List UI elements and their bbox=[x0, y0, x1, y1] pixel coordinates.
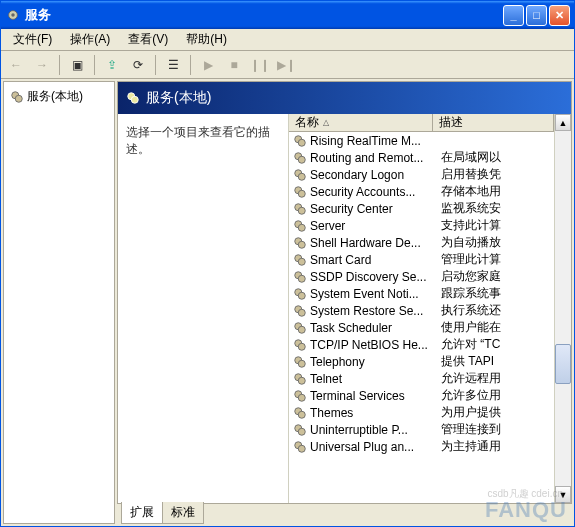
service-desc: 管理此计算 bbox=[441, 252, 501, 266]
detail-header-label: 服务(本地) bbox=[146, 89, 211, 107]
list-item[interactable]: Task Scheduler使用户能在 bbox=[289, 319, 554, 336]
service-name: Uninterruptible P... bbox=[310, 423, 408, 437]
column-desc[interactable]: 描述 bbox=[433, 114, 554, 131]
list-item[interactable]: Universal Plug an...为主持通用 bbox=[289, 438, 554, 455]
list-item[interactable]: System Restore Se...执行系统还 bbox=[289, 302, 554, 319]
list-item[interactable]: Telephony提供 TAPI bbox=[289, 353, 554, 370]
scroll-down-button[interactable]: ▼ bbox=[555, 486, 571, 503]
stop-button: ■ bbox=[223, 54, 245, 76]
list-item[interactable]: Shell Hardware De...为自动播放 bbox=[289, 234, 554, 251]
service-name: System Event Noti... bbox=[310, 287, 419, 301]
scroll-up-button[interactable]: ▲ bbox=[555, 114, 571, 131]
tab-extended[interactable]: 扩展 bbox=[121, 502, 163, 524]
service-desc: 允许远程用 bbox=[441, 371, 501, 385]
list-item[interactable]: Secondary Logon启用替换凭 bbox=[289, 166, 554, 183]
toolbar-separator bbox=[155, 55, 156, 75]
svg-point-7 bbox=[298, 139, 305, 146]
svg-point-43 bbox=[298, 445, 305, 452]
scroll-thumb[interactable] bbox=[555, 344, 571, 384]
service-icon bbox=[293, 253, 307, 267]
list-item[interactable]: Smart Card管理此计算 bbox=[289, 251, 554, 268]
tabs: 扩展 标准 bbox=[117, 504, 572, 524]
svg-point-25 bbox=[298, 292, 305, 299]
service-name: Routing and Remot... bbox=[310, 151, 423, 165]
services-icon bbox=[10, 90, 24, 104]
svg-point-5 bbox=[131, 96, 138, 103]
list-item[interactable]: TCP/IP NetBIOS He...允许对 “TC bbox=[289, 336, 554, 353]
tree-pane[interactable]: 服务(本地) bbox=[3, 81, 115, 524]
list-item[interactable]: Security Center监视系统安 bbox=[289, 200, 554, 217]
service-desc: 使用户能在 bbox=[441, 320, 501, 334]
svg-point-1 bbox=[11, 13, 15, 17]
service-icon bbox=[293, 219, 307, 233]
service-name: Rising RealTime M... bbox=[310, 134, 421, 148]
list-item[interactable]: Rising RealTime M... bbox=[289, 132, 554, 149]
list-item[interactable]: Terminal Services允许多位用 bbox=[289, 387, 554, 404]
scroll-track[interactable] bbox=[555, 131, 571, 486]
svg-point-37 bbox=[298, 394, 305, 401]
column-name[interactable]: 名称 △ bbox=[289, 114, 433, 131]
service-name: Terminal Services bbox=[310, 389, 405, 403]
service-icon bbox=[293, 287, 307, 301]
list-item[interactable]: System Event Noti...跟踪系统事 bbox=[289, 285, 554, 302]
menu-action[interactable]: 操作(A) bbox=[62, 29, 118, 50]
list-item[interactable]: SSDP Discovery Se...启动您家庭 bbox=[289, 268, 554, 285]
maximize-button[interactable]: □ bbox=[526, 5, 547, 26]
svg-point-3 bbox=[15, 95, 22, 102]
back-button: ← bbox=[5, 54, 27, 76]
list-item[interactable]: Routing and Remot...在局域网以 bbox=[289, 149, 554, 166]
show-hide-tree-button[interactable]: ▣ bbox=[66, 54, 88, 76]
detail-area: 服务(本地) 选择一个项目来查看它的描述。 名称 △ bbox=[117, 81, 572, 504]
body-area: 服务(本地) 服务(本地) 选择一个项目来查看它的描述。 bbox=[1, 79, 574, 526]
service-icon bbox=[293, 372, 307, 386]
properties-button[interactable]: ☰ bbox=[162, 54, 184, 76]
services-icon bbox=[126, 91, 140, 105]
svg-point-39 bbox=[298, 411, 305, 418]
svg-point-11 bbox=[298, 173, 305, 180]
service-name: SSDP Discovery Se... bbox=[310, 270, 426, 284]
toolbar-separator bbox=[190, 55, 191, 75]
service-desc: 为主持通用 bbox=[441, 439, 501, 453]
toolbar: ← → ▣ ⇪ ⟳ ☰ ▶ ■ ❙❙ ▶❙ bbox=[1, 51, 574, 79]
service-desc: 管理连接到 bbox=[441, 422, 501, 436]
service-icon bbox=[293, 202, 307, 216]
description-pane: 选择一个项目来查看它的描述。 bbox=[118, 114, 288, 503]
list-item[interactable]: Server支持此计算 bbox=[289, 217, 554, 234]
menu-help[interactable]: 帮助(H) bbox=[178, 29, 235, 50]
tree-root-item[interactable]: 服务(本地) bbox=[8, 86, 110, 107]
right-pane: 服务(本地) 选择一个项目来查看它的描述。 名称 △ bbox=[117, 81, 572, 524]
list-item[interactable]: Security Accounts...存储本地用 bbox=[289, 183, 554, 200]
svg-point-15 bbox=[298, 207, 305, 214]
service-icon bbox=[293, 423, 307, 437]
service-desc: 允许多位用 bbox=[441, 388, 501, 402]
service-icon bbox=[293, 168, 307, 182]
service-name: TCP/IP NetBIOS He... bbox=[310, 338, 428, 352]
svg-point-21 bbox=[298, 258, 305, 265]
export-button[interactable]: ⇪ bbox=[101, 54, 123, 76]
svg-point-41 bbox=[298, 428, 305, 435]
refresh-button[interactable]: ⟳ bbox=[127, 54, 149, 76]
pause-button: ❙❙ bbox=[249, 54, 271, 76]
service-desc: 启用替换凭 bbox=[441, 167, 501, 181]
vertical-scrollbar[interactable]: ▲ ▼ bbox=[554, 114, 571, 503]
service-name: Shell Hardware De... bbox=[310, 236, 421, 250]
titlebar[interactable]: 服务 _ □ ✕ bbox=[1, 1, 574, 29]
menu-file[interactable]: 文件(F) bbox=[5, 29, 60, 50]
toolbar-separator bbox=[94, 55, 95, 75]
forward-button: → bbox=[31, 54, 53, 76]
menu-view[interactable]: 查看(V) bbox=[120, 29, 176, 50]
service-desc: 启动您家庭 bbox=[441, 269, 501, 283]
service-icon bbox=[293, 338, 307, 352]
list-item[interactable]: Telnet允许远程用 bbox=[289, 370, 554, 387]
services-list[interactable]: 名称 △ 描述 Rising RealTime M...Routing and … bbox=[289, 114, 554, 503]
service-icon bbox=[293, 389, 307, 403]
list-pane: 名称 △ 描述 Rising RealTime M...Routing and … bbox=[288, 114, 571, 503]
close-button[interactable]: ✕ bbox=[549, 5, 570, 26]
minimize-button[interactable]: _ bbox=[503, 5, 524, 26]
svg-point-35 bbox=[298, 377, 305, 384]
service-name: Task Scheduler bbox=[310, 321, 392, 335]
list-item[interactable]: Themes为用户提供 bbox=[289, 404, 554, 421]
list-item[interactable]: Uninterruptible P...管理连接到 bbox=[289, 421, 554, 438]
service-name: Security Accounts... bbox=[310, 185, 415, 199]
tab-standard[interactable]: 标准 bbox=[162, 502, 204, 524]
